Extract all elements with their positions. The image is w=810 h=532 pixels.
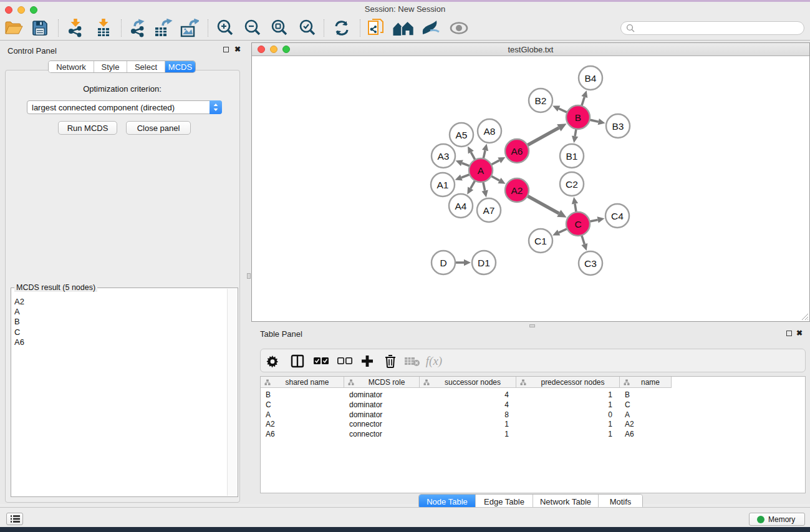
app-window: Session: New Session — [0, 2, 810, 527]
task-history-button[interactable] — [6, 513, 23, 525]
tab-motifs[interactable]: Motifs — [599, 495, 642, 508]
mcds-result-list: A2ABCA6 — [12, 297, 226, 495]
graph-edge-arrow — [598, 118, 605, 125]
deselect-all-icon[interactable] — [335, 351, 355, 371]
first-neighbors-icon[interactable] — [393, 18, 414, 38]
tab-select[interactable]: Select — [127, 61, 165, 72]
graph-node-label: A — [478, 165, 485, 176]
close-panel-button[interactable]: Close panel — [126, 121, 191, 135]
vertical-splitter-handle[interactable] — [247, 273, 251, 279]
export-table-icon[interactable] — [152, 18, 173, 38]
cell-successor-nodes: 1 — [420, 420, 516, 430]
column-header-MCDS-role[interactable]: MCDS role — [344, 377, 420, 387]
mcds-result-box: MCDS result (5 nodes) A2ABCA6 — [11, 288, 238, 497]
graph-node-label: B — [575, 112, 581, 123]
column-header-successor-nodes[interactable]: successor nodes — [420, 377, 516, 387]
cell-MCDS-role: dominator — [344, 390, 420, 400]
graph-edge-arrow — [464, 259, 471, 266]
app-title: Session: New Session — [0, 4, 810, 14]
new-network-icon[interactable] — [366, 18, 387, 38]
delete-icon[interactable] — [380, 351, 400, 371]
control-panel-title: Control Panel — [7, 46, 57, 56]
mcds-result-item[interactable]: A6 — [12, 337, 226, 347]
table-row[interactable]: Adominator80A — [261, 410, 672, 420]
zoom-out-icon[interactable] — [242, 18, 263, 38]
table-row[interactable]: A2connector11A2 — [261, 420, 672, 430]
open-file-icon[interactable] — [3, 18, 24, 38]
delete-table-icon[interactable] — [402, 351, 422, 371]
mcds-result-item[interactable]: A — [12, 307, 226, 317]
graph-node-label: A1 — [437, 180, 449, 190]
column-header-predecessor-nodes[interactable]: predecessor nodes — [516, 377, 620, 387]
graph-node-label: A8 — [484, 126, 496, 137]
cell-successor-nodes: 4 — [420, 400, 516, 410]
table-row[interactable]: Bdominator41B — [261, 390, 672, 400]
cell-shared-name: C — [261, 400, 344, 410]
graph-edge-arrow — [482, 190, 488, 198]
cell-shared-name: A2 — [261, 420, 344, 430]
network-window-titlebar: testGlobe.txt — [252, 43, 809, 56]
mcds-result-item[interactable]: A2 — [12, 297, 226, 307]
graph-node-label: D1 — [478, 258, 490, 268]
network-canvas[interactable]: B4B2BB3A5A8A6B1A3AC2A1A2A4A7CC4C1C3DD1 — [252, 57, 809, 321]
app-titlebar: Session: New Session — [0, 2, 810, 16]
import-table-icon[interactable] — [93, 18, 114, 38]
table-row[interactable]: A6connector11A6 — [261, 429, 672, 439]
import-network-icon[interactable] — [65, 18, 86, 38]
select-all-icon[interactable] — [311, 351, 331, 371]
cell-MCDS-role: connector — [344, 429, 420, 439]
desktop-background: Session: New Session — [0, 0, 810, 532]
zoom-selected-icon[interactable] — [297, 18, 318, 38]
column-header-shared-name[interactable]: shared name — [261, 377, 344, 387]
horizontal-splitter-handle[interactable] — [529, 324, 535, 327]
table-panel-close-icon[interactable]: ✖ — [796, 329, 803, 337]
table-row[interactable]: Cdominator41C — [261, 400, 672, 410]
tab-edge-table[interactable]: Edge Table — [476, 495, 533, 508]
cell-shared-name: A6 — [261, 429, 344, 439]
graph-edge-A2-C[interactable] — [526, 195, 559, 213]
tab-network[interactable]: Network — [49, 61, 94, 72]
annotation-icon[interactable] — [420, 18, 441, 38]
graph-node-label: A3 — [438, 151, 450, 162]
add-icon[interactable] — [357, 351, 377, 371]
control-panel-float-icon[interactable] — [223, 47, 229, 52]
main-toolbar — [0, 16, 810, 41]
control-panel-close-icon[interactable]: ✖ — [234, 45, 241, 54]
columns-icon[interactable] — [287, 351, 307, 371]
search-input[interactable] — [620, 21, 804, 35]
result-scrollbar[interactable] — [227, 289, 237, 496]
cell-successor-nodes: 8 — [420, 410, 516, 420]
optimization-criterion-label: Optimization criterion: — [0, 84, 244, 94]
mcds-result-item[interactable]: C — [12, 327, 226, 337]
table-panel-float-icon[interactable] — [786, 331, 792, 336]
control-panel-tabs: NetworkStyleSelectMCDS — [49, 61, 195, 72]
tab-mcds[interactable]: MCDS — [165, 61, 195, 72]
function-builder-icon[interactable]: f(x) — [422, 351, 446, 371]
mcds-result-item[interactable]: B — [12, 317, 226, 327]
graph-node-label: C3 — [584, 258, 597, 269]
gear-icon[interactable] — [263, 351, 282, 371]
tab-node-table[interactable]: Node Table — [419, 495, 476, 508]
refresh-icon[interactable] — [331, 18, 352, 38]
export-network-icon[interactable] — [128, 18, 149, 38]
export-image-icon[interactable] — [178, 18, 200, 38]
optimization-criterion-dropdown[interactable]: largest connected component (directed) — [27, 100, 222, 114]
cell-shared-name: A — [261, 410, 344, 420]
resize-grip-icon[interactable] — [801, 313, 809, 321]
main-area: Control Panel ✖ NetworkStyleSelectMCDS O… — [0, 41, 810, 504]
save-session-icon[interactable] — [29, 18, 51, 38]
cell-successor-nodes: 1 — [420, 429, 516, 439]
column-header-name[interactable]: name — [620, 377, 672, 387]
graph-edge-arrow — [597, 216, 605, 223]
cell-predecessor-nodes: 1 — [516, 400, 620, 410]
tab-network-table[interactable]: Network Table — [533, 495, 599, 508]
memory-button[interactable]: Memory — [749, 513, 805, 526]
graph-edge-A6-B[interactable] — [526, 128, 559, 146]
network-window-title: testGlobe.txt — [252, 45, 809, 54]
tab-style[interactable]: Style — [94, 61, 127, 72]
run-mcds-button[interactable]: Run MCDS — [58, 121, 117, 135]
cell-name: A6 — [620, 429, 672, 439]
show-hide-icon[interactable] — [448, 18, 470, 38]
zoom-in-icon[interactable] — [215, 18, 236, 38]
zoom-fit-icon[interactable] — [269, 18, 290, 38]
